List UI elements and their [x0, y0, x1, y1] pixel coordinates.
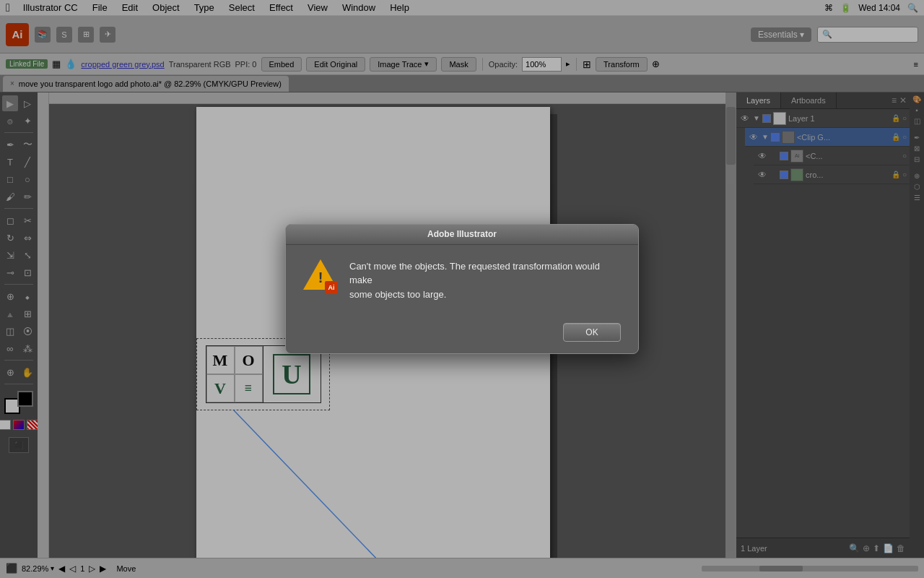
ai-dialog-badge: Ai — [325, 281, 338, 294]
dialog-message: Can't move the objects. The requested tr… — [349, 259, 621, 302]
dialog-footer: OK — [286, 316, 638, 353]
dialog-title: Adobe Illustrator — [427, 229, 497, 239]
dialog-title-bar: Adobe Illustrator — [286, 225, 638, 245]
ok-button[interactable]: OK — [563, 323, 621, 342]
warning-icon: ! Ai — [303, 259, 338, 294]
dialog-body: ! Ai Can't move the objects. The request… — [286, 245, 638, 316]
dialog-overlay: Adobe Illustrator ! Ai Can't move the ob… — [0, 0, 924, 578]
alert-dialog: Adobe Illustrator ! Ai Can't move the ob… — [285, 224, 639, 355]
